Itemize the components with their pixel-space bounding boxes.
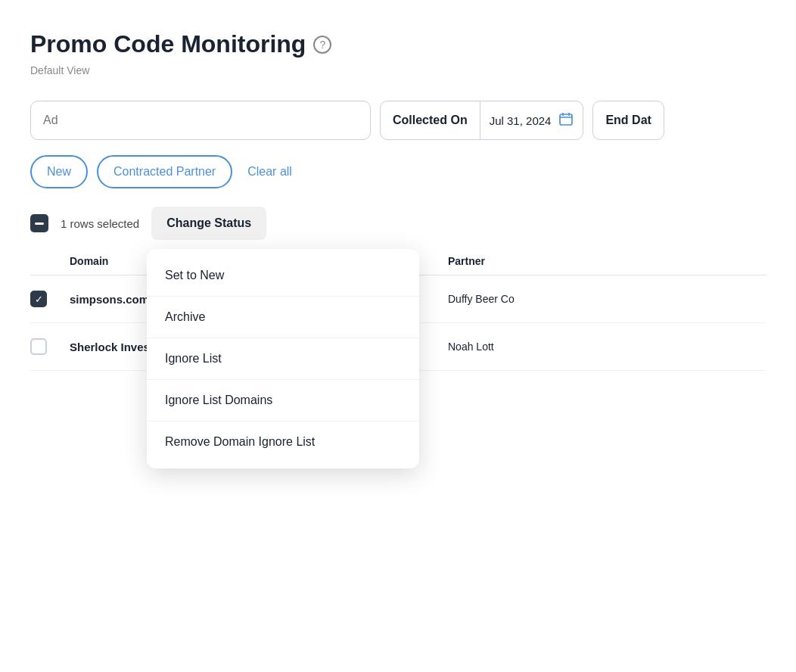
- cell-partner-2: Noah Lott: [442, 341, 578, 353]
- collected-on-filter[interactable]: Collected On Jul 31, 2024: [380, 101, 583, 140]
- page-subtitle: Default View: [30, 64, 766, 76]
- dropdown-item-ignore-list[interactable]: Ignore List: [147, 338, 419, 380]
- filter-chip-contracted-partner[interactable]: Contracted Partner: [97, 155, 232, 188]
- th-partner: Partner: [442, 255, 578, 267]
- change-status-dropdown: Set to New Archive Ignore List Ignore Li…: [147, 249, 419, 468]
- th-col5: [578, 255, 699, 267]
- select-all-checkbox[interactable]: [30, 214, 48, 232]
- dropdown-item-set-to-new[interactable]: Set to New: [147, 255, 419, 297]
- page-title-container: Promo Code Monitoring ?: [30, 30, 766, 58]
- end-date-label: End Dat: [593, 101, 663, 139]
- filter-chips-row: New Contracted Partner Clear all: [30, 155, 766, 188]
- row-checkbox-2[interactable]: [30, 338, 47, 355]
- dropdown-item-remove-domain-ignore-list[interactable]: Remove Domain Ignore List: [147, 422, 419, 462]
- end-date-filter[interactable]: End Dat: [592, 101, 664, 140]
- clear-all-button[interactable]: Clear all: [241, 165, 298, 179]
- cell-partner-1: Duffy Beer Co: [442, 293, 578, 305]
- selected-count: 1 rows selected: [61, 217, 139, 230]
- help-icon[interactable]: ?: [313, 36, 331, 54]
- svg-rect-0: [560, 114, 572, 125]
- row-checkbox-1[interactable]: ✓: [30, 291, 47, 307]
- selection-row: 1 rows selected Change Status Set to New…: [30, 207, 766, 240]
- dropdown-item-ignore-list-domains[interactable]: Ignore List Domains: [147, 380, 419, 422]
- collected-on-value[interactable]: Jul 31, 2024: [480, 101, 583, 139]
- th-checkbox: [30, 255, 64, 267]
- filters-row: Collected On Jul 31, 2024 End Dat: [30, 101, 766, 140]
- filter-chip-new[interactable]: New: [30, 155, 88, 188]
- minus-icon: [35, 222, 44, 225]
- collected-on-label: Collected On: [381, 101, 480, 139]
- calendar-icon: [558, 111, 574, 130]
- search-input[interactable]: [30, 101, 371, 140]
- dropdown-item-archive[interactable]: Archive: [147, 297, 419, 338]
- checkmark-icon: ✓: [35, 294, 43, 304]
- page-title: Promo Code Monitoring: [30, 30, 306, 58]
- change-status-button[interactable]: Change Status: [151, 207, 266, 240]
